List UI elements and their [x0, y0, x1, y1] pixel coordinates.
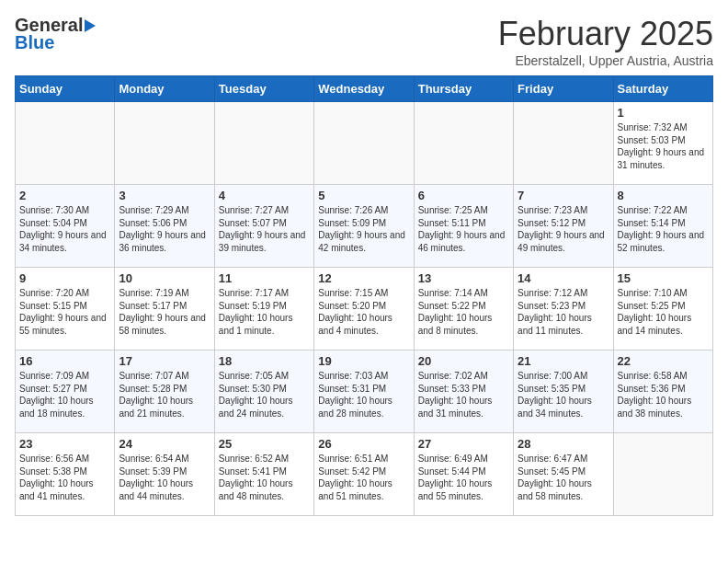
calendar-cell: 5Sunrise: 7:26 AM Sunset: 5:09 PM Daylig…: [314, 185, 414, 268]
day-number: 26: [318, 437, 409, 451]
day-info: Sunrise: 7:32 AM Sunset: 5:03 PM Dayligh…: [618, 121, 709, 171]
day-info: Sunrise: 7:09 AM Sunset: 5:27 PM Dayligh…: [19, 370, 110, 419]
column-header-sunday: Sunday: [16, 76, 115, 102]
day-number: 19: [318, 354, 409, 368]
day-info: Sunrise: 7:25 AM Sunset: 5:11 PM Dayligh…: [418, 204, 509, 254]
calendar-cell: 15Sunrise: 7:10 AM Sunset: 5:25 PM Dayli…: [613, 268, 712, 350]
day-info: Sunrise: 7:15 AM Sunset: 5:20 PM Dayligh…: [318, 287, 409, 337]
page-header: General Blue February 2025 Eberstalzell,…: [15, 15, 713, 68]
calendar-cell: 2Sunrise: 7:30 AM Sunset: 5:04 PM Daylig…: [16, 185, 115, 268]
calendar-cell: [214, 102, 313, 185]
day-number: 7: [518, 189, 609, 202]
calendar-cell: 24Sunrise: 6:54 AM Sunset: 5:39 PM Dayli…: [115, 433, 214, 516]
day-info: Sunrise: 7:10 AM Sunset: 5:25 PM Dayligh…: [618, 287, 709, 337]
logo-arrow-icon: [85, 19, 96, 32]
day-info: Sunrise: 7:07 AM Sunset: 5:28 PM Dayligh…: [119, 370, 210, 419]
calendar-week-row: 23Sunrise: 6:56 AM Sunset: 5:38 PM Dayli…: [16, 433, 713, 516]
day-number: 1: [618, 106, 709, 120]
column-header-saturday: Saturday: [613, 76, 712, 102]
calendar-cell: 14Sunrise: 7:12 AM Sunset: 5:23 PM Dayli…: [514, 268, 613, 350]
calendar-week-row: 9Sunrise: 7:20 AM Sunset: 5:15 PM Daylig…: [16, 268, 713, 350]
day-number: 2: [19, 189, 110, 202]
column-header-friday: Friday: [514, 76, 613, 102]
calendar-cell: 19Sunrise: 7:03 AM Sunset: 5:31 PM Dayli…: [314, 350, 414, 433]
title-block: February 2025 Eberstalzell, Upper Austri…: [498, 15, 713, 68]
calendar-cell: [414, 102, 513, 185]
column-header-thursday: Thursday: [414, 76, 513, 102]
calendar-week-row: 16Sunrise: 7:09 AM Sunset: 5:27 PM Dayli…: [16, 350, 713, 433]
calendar-week-row: 1Sunrise: 7:32 AM Sunset: 5:03 PM Daylig…: [16, 102, 713, 185]
day-number: 3: [119, 189, 210, 202]
calendar-cell: 26Sunrise: 6:51 AM Sunset: 5:42 PM Dayli…: [314, 433, 414, 516]
day-number: 25: [219, 437, 310, 451]
day-number: 8: [618, 189, 709, 202]
calendar-cell: 23Sunrise: 6:56 AM Sunset: 5:38 PM Dayli…: [16, 433, 115, 516]
calendar-cell: [613, 433, 712, 516]
day-info: Sunrise: 7:20 AM Sunset: 5:15 PM Dayligh…: [19, 287, 110, 337]
calendar-cell: 8Sunrise: 7:22 AM Sunset: 5:14 PM Daylig…: [613, 185, 712, 268]
calendar-cell: 27Sunrise: 6:49 AM Sunset: 5:44 PM Dayli…: [414, 433, 513, 516]
logo: General Blue: [15, 15, 97, 53]
day-number: 27: [418, 437, 509, 451]
calendar-cell: 4Sunrise: 7:27 AM Sunset: 5:07 PM Daylig…: [214, 185, 313, 268]
calendar-cell: 3Sunrise: 7:29 AM Sunset: 5:06 PM Daylig…: [115, 185, 214, 268]
day-number: 15: [618, 271, 709, 285]
day-number: 21: [518, 354, 609, 368]
calendar-cell: 7Sunrise: 7:23 AM Sunset: 5:12 PM Daylig…: [514, 185, 613, 268]
calendar-header-row: SundayMondayTuesdayWednesdayThursdayFrid…: [16, 76, 713, 102]
day-info: Sunrise: 7:23 AM Sunset: 5:12 PM Dayligh…: [518, 204, 609, 254]
calendar-cell: 17Sunrise: 7:07 AM Sunset: 5:28 PM Dayli…: [115, 350, 214, 433]
calendar-cell: 10Sunrise: 7:19 AM Sunset: 5:17 PM Dayli…: [115, 268, 214, 350]
day-info: Sunrise: 7:26 AM Sunset: 5:09 PM Dayligh…: [318, 204, 409, 254]
column-header-wednesday: Wednesday: [314, 76, 414, 102]
calendar-cell: 18Sunrise: 7:05 AM Sunset: 5:30 PM Dayli…: [214, 350, 313, 433]
day-number: 6: [418, 189, 509, 202]
day-info: Sunrise: 7:14 AM Sunset: 5:22 PM Dayligh…: [418, 287, 509, 337]
calendar-cell: [16, 102, 115, 185]
day-info: Sunrise: 7:03 AM Sunset: 5:31 PM Dayligh…: [318, 370, 409, 419]
calendar-cell: 13Sunrise: 7:14 AM Sunset: 5:22 PM Dayli…: [414, 268, 513, 350]
day-info: Sunrise: 6:54 AM Sunset: 5:39 PM Dayligh…: [119, 453, 210, 502]
day-number: 13: [418, 271, 509, 285]
day-number: 4: [219, 189, 310, 202]
day-number: 23: [19, 437, 110, 451]
column-header-tuesday: Tuesday: [214, 76, 313, 102]
calendar-cell: [314, 102, 414, 185]
day-info: Sunrise: 6:47 AM Sunset: 5:45 PM Dayligh…: [518, 453, 609, 502]
day-info: Sunrise: 7:02 AM Sunset: 5:33 PM Dayligh…: [418, 370, 509, 419]
calendar-cell: 12Sunrise: 7:15 AM Sunset: 5:20 PM Dayli…: [314, 268, 414, 350]
calendar-cell: 22Sunrise: 6:58 AM Sunset: 5:36 PM Dayli…: [613, 350, 712, 433]
day-info: Sunrise: 7:29 AM Sunset: 5:06 PM Dayligh…: [119, 204, 210, 254]
day-info: Sunrise: 7:22 AM Sunset: 5:14 PM Dayligh…: [618, 204, 709, 254]
day-number: 12: [318, 271, 409, 285]
column-header-monday: Monday: [115, 76, 214, 102]
day-number: 16: [19, 354, 110, 368]
day-number: 24: [119, 437, 210, 451]
day-number: 22: [618, 354, 709, 368]
calendar-cell: 1Sunrise: 7:32 AM Sunset: 5:03 PM Daylig…: [613, 102, 712, 185]
calendar-title: February 2025: [498, 15, 713, 53]
calendar-cell: 6Sunrise: 7:25 AM Sunset: 5:11 PM Daylig…: [414, 185, 513, 268]
day-number: 28: [518, 437, 609, 451]
calendar-cell: 25Sunrise: 6:52 AM Sunset: 5:41 PM Dayli…: [214, 433, 313, 516]
calendar-week-row: 2Sunrise: 7:30 AM Sunset: 5:04 PM Daylig…: [16, 185, 713, 268]
day-number: 17: [119, 354, 210, 368]
day-info: Sunrise: 6:49 AM Sunset: 5:44 PM Dayligh…: [418, 453, 509, 502]
day-number: 18: [219, 354, 310, 368]
day-info: Sunrise: 7:30 AM Sunset: 5:04 PM Dayligh…: [19, 204, 110, 254]
day-info: Sunrise: 7:12 AM Sunset: 5:23 PM Dayligh…: [518, 287, 609, 337]
day-info: Sunrise: 6:58 AM Sunset: 5:36 PM Dayligh…: [618, 370, 709, 419]
day-number: 14: [518, 271, 609, 285]
day-number: 9: [19, 271, 110, 285]
day-number: 5: [318, 189, 409, 202]
calendar-location: Eberstalzell, Upper Austria, Austria: [498, 53, 713, 68]
day-info: Sunrise: 7:17 AM Sunset: 5:19 PM Dayligh…: [219, 287, 310, 337]
day-info: Sunrise: 7:05 AM Sunset: 5:30 PM Dayligh…: [219, 370, 310, 419]
calendar-cell: 11Sunrise: 7:17 AM Sunset: 5:19 PM Dayli…: [214, 268, 313, 350]
day-info: Sunrise: 7:19 AM Sunset: 5:17 PM Dayligh…: [119, 287, 210, 337]
day-info: Sunrise: 7:27 AM Sunset: 5:07 PM Dayligh…: [219, 204, 310, 254]
day-number: 10: [119, 271, 210, 285]
day-info: Sunrise: 6:56 AM Sunset: 5:38 PM Dayligh…: [19, 453, 110, 502]
day-number: 20: [418, 354, 509, 368]
calendar-cell: 28Sunrise: 6:47 AM Sunset: 5:45 PM Dayli…: [514, 433, 613, 516]
